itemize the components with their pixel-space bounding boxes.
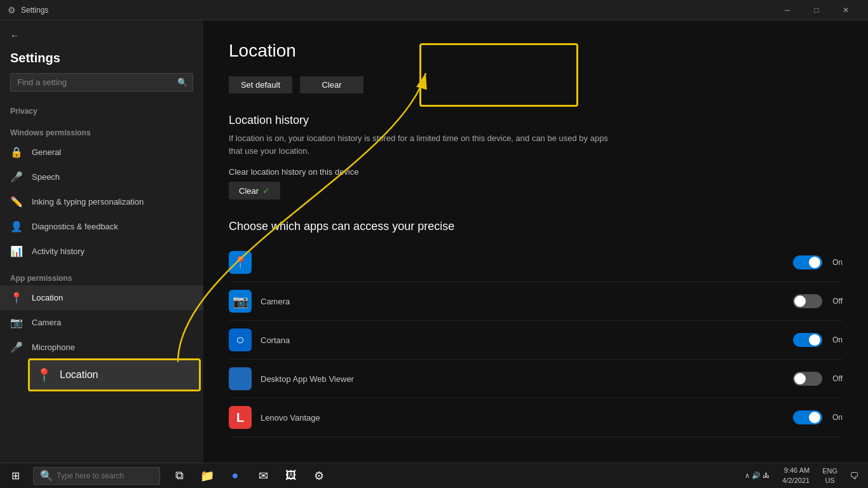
sidebar-item-label: Camera [32, 318, 61, 327]
camera-icon: 📷 [10, 316, 23, 329]
microphone-icon: 🎤 [10, 341, 23, 353]
taskbar: ⊞ 🔍 ⧉ 📁 ● ✉ 🖼 ⚙ ∧ 🔊 🖧 9:46 AM 4/2/2021 E… [0, 463, 868, 488]
toggle-on[interactable] [793, 410, 822, 424]
sidebar-app-title: Settings [0, 46, 203, 68]
language-indicator[interactable]: ENG US [817, 463, 843, 489]
sidebar-item-label: Inking & typing personalization [32, 197, 144, 207]
inking-icon: ✏️ [10, 196, 23, 208]
app-permissions-label: App permissions [0, 264, 203, 285]
clear-top-button[interactable]: Clear [300, 76, 363, 93]
sidebar-item-label: General [32, 147, 61, 157]
search-input[interactable] [11, 74, 172, 91]
toggle-row: On [793, 255, 843, 269]
clock-time: 9:46 AM [782, 466, 810, 475]
toggle-row: Off [793, 372, 843, 386]
sidebar-item-diagnostics[interactable]: 👤 Diagnostics & feedback [0, 214, 203, 239]
speech-icon: 🎤 [10, 171, 23, 183]
app-name: Desktop App Web Viewer [261, 374, 784, 384]
file-explorer-button[interactable]: 📁 [196, 463, 219, 489]
taskbar-clock[interactable]: 9:46 AM 4/2/2021 [777, 466, 815, 485]
apps-section-title: Choose which apps can access your precis… [229, 220, 843, 233]
checkmark-icon: ✓ [262, 186, 270, 196]
app-item: 📍 On [229, 243, 843, 282]
close-button[interactable]: ✕ [831, 0, 860, 20]
app-name: Cortana [261, 336, 784, 345]
task-view-button[interactable]: ⧉ [168, 463, 191, 489]
sidebar-item-label: Location [32, 293, 63, 302]
toggle-knob [794, 373, 806, 384]
privacy-section-label: Privacy [0, 97, 203, 118]
settings-icon: ⚙ [8, 5, 16, 15]
taskbar-search-input[interactable] [57, 471, 153, 480]
toggle-off[interactable] [793, 372, 822, 386]
sidebar-item-label: Speech [32, 172, 60, 182]
toggle-off[interactable] [793, 294, 822, 308]
sidebar-item-activity[interactable]: 📊 Activity history [0, 239, 203, 264]
toggle-row: On [793, 410, 843, 424]
sidebar-item-camera[interactable]: 📷 Camera [0, 310, 203, 335]
set-default-button[interactable]: Set default [229, 76, 292, 93]
clear-history-label: Clear location history on this device [229, 167, 843, 177]
settings-button[interactable]: ⚙ [308, 463, 330, 489]
minimize-button[interactable]: ─ [773, 0, 802, 20]
sidebar-item-inking[interactable]: ✏️ Inking & typing personalization [0, 189, 203, 214]
sidebar-item-speech[interactable]: 🎤 Speech [0, 165, 203, 189]
app-icon [229, 367, 252, 390]
app-item: L Lenovo Vantage On [229, 398, 843, 437]
toggle-knob [809, 412, 820, 423]
sidebar-item-location[interactable]: 📍 Location [0, 285, 203, 310]
toggle-on[interactable] [793, 333, 822, 347]
taskbar-right: ∧ 🔊 🖧 9:46 AM 4/2/2021 ENG US 🗨 [740, 463, 868, 489]
lock-icon: 🔒 [10, 146, 23, 158]
toggle-status: On [832, 413, 843, 422]
titlebar-controls: ─ □ ✕ [773, 0, 860, 20]
start-button[interactable]: ⊞ [0, 463, 31, 489]
notification-button[interactable]: 🗨 [845, 463, 863, 489]
titlebar-title: Settings [21, 6, 773, 15]
search-icon: 🔍 [172, 78, 193, 87]
app-item: 📷 Camera Off [229, 282, 843, 321]
sidebar-item-label: Diagnostics & feedback [32, 222, 118, 231]
toggle-knob [809, 257, 820, 268]
toggle-status: Off [832, 297, 843, 306]
mail-button[interactable]: ✉ [252, 463, 275, 489]
toggle-status: On [832, 258, 843, 267]
location-history-desc: If location is on, your location history… [229, 132, 610, 157]
clear-history-button[interactable]: Clear ✓ [229, 182, 280, 200]
toggle-knob [794, 295, 806, 307]
toggle-on[interactable] [793, 255, 822, 269]
top-button-row: Set default Clear [229, 76, 843, 93]
sidebar-item-general[interactable]: 🔒 General [0, 140, 203, 165]
taskbar-search-box[interactable]: 🔍 [33, 467, 160, 485]
back-button[interactable]: ← [0, 25, 203, 46]
maximize-button[interactable]: □ [802, 0, 831, 20]
taskbar-search-icon: 🔍 [40, 470, 53, 482]
titlebar: ⚙ Settings ─ □ ✕ [0, 0, 868, 20]
diagnostics-icon: 👤 [10, 220, 23, 233]
system-tray[interactable]: ∧ 🔊 🖧 [740, 463, 775, 489]
sidebar-item-microphone[interactable]: 🎤 Microphone [0, 335, 203, 360]
app-icon: 📷 [229, 290, 252, 313]
app-icon: L [229, 406, 252, 429]
sidebar-item-label: Microphone [32, 342, 75, 352]
clear-button-label: Clear [239, 186, 259, 196]
app-icon: 📍 [229, 251, 252, 274]
sidebar-search-box[interactable]: 🔍 [10, 73, 193, 92]
photos-button[interactable]: 🖼 [280, 463, 302, 489]
app-name: Camera [261, 297, 784, 306]
main-content: Location Set default Clear Location hist… [203, 20, 868, 463]
back-icon: ← [10, 30, 19, 41]
toggle-knob [809, 334, 820, 346]
app-item: Desktop App Web Viewer Off [229, 360, 843, 398]
lang-us: US [822, 476, 837, 485]
windows-permissions-label: Windows permissions [0, 118, 203, 140]
location-history-title: Location history [229, 114, 843, 127]
chrome-button[interactable]: ● [224, 463, 247, 489]
toggle-row: On [793, 333, 843, 347]
app-list: 📍 On 📷 Camera Off ○ Cortana [229, 243, 843, 437]
toggle-status: On [832, 336, 843, 344]
toggle-row: Off [793, 294, 843, 308]
activity-icon: 📊 [10, 245, 23, 257]
sidebar-item-label: Activity history [32, 247, 85, 256]
toggle-status: Off [832, 374, 843, 383]
